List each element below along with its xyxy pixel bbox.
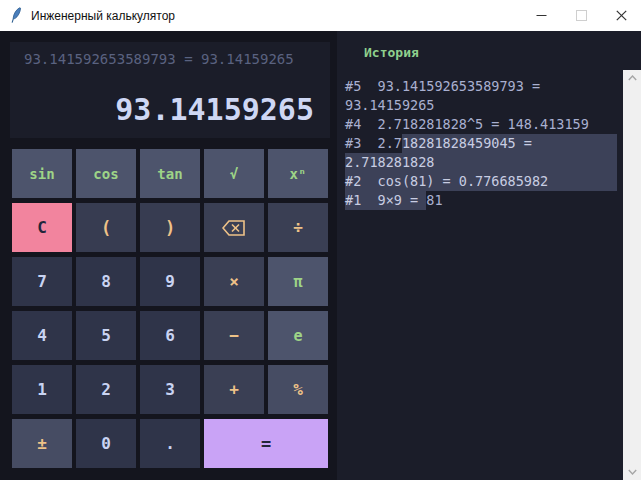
maximize-icon — [576, 10, 587, 21]
history-entry[interactable]: #1 9×9 = 81 — [345, 191, 617, 210]
calculator-window: Инженерный калькулятор 93.14159265358979… — [0, 0, 641, 480]
calc-button-minus[interactable]: − — [204, 311, 264, 360]
minimize-icon — [536, 10, 547, 21]
history-text: #5 93.141592653589793 = — [345, 77, 540, 96]
calc-button-4[interactable]: 4 — [12, 311, 72, 360]
tk-feather-icon — [9, 7, 23, 24]
content-area: 93.141592653589793 = 93.14159265 93.1415… — [0, 31, 641, 480]
history-text: 93.14159265 — [345, 96, 434, 115]
history-list: #5 93.141592653589793 =93.14159265#4 2.7… — [345, 77, 617, 210]
calc-button-pi[interactable]: π — [268, 257, 328, 306]
calc-button-sin[interactable]: sin — [12, 149, 72, 198]
calc-button-3[interactable]: 3 — [140, 365, 200, 414]
calculator-display: 93.141592653589793 = 93.14159265 93.1415… — [10, 42, 330, 138]
minimize-button[interactable] — [521, 0, 561, 31]
calc-button-cos[interactable]: cos — [76, 149, 136, 198]
calc-button-multiply[interactable]: × — [204, 257, 264, 306]
history-entry[interactable]: #4 2.718281828^5 = 148.413159 — [345, 115, 617, 134]
calc-button-equals[interactable]: = — [204, 419, 328, 468]
close-icon — [616, 10, 627, 21]
calc-button-percent[interactable]: % — [268, 365, 328, 414]
display-expression: 93.141592653589793 = 93.14159265 — [24, 51, 314, 67]
history-text: #3 2.7 — [345, 134, 402, 153]
titlebar: Инженерный калькулятор — [0, 0, 641, 31]
calc-button-5[interactable]: 5 — [76, 311, 136, 360]
calc-button-1[interactable]: 1 — [12, 365, 72, 414]
calc-button-tan[interactable]: tan — [140, 149, 200, 198]
history-text-selected: #2 cos(81) = 0.776685982 — [345, 172, 617, 191]
button-grid: sincostan√xⁿC()÷789×π456−e123+%±0.= — [12, 149, 328, 468]
scroll-up-icon[interactable] — [628, 75, 637, 81]
history-text-selected: #1 9×9 = — [345, 191, 426, 210]
close-button[interactable] — [601, 0, 641, 31]
history-text-selected: 2.718281828 — [345, 153, 617, 172]
history-panel: История #5 93.141592653589793 =93.141592… — [337, 31, 641, 480]
calc-button-e[interactable]: e — [268, 311, 328, 360]
history-entry[interactable]: 93.14159265 — [345, 96, 617, 115]
window-title: Инженерный калькулятор — [31, 9, 175, 23]
backspace-icon — [222, 220, 246, 236]
calc-button-0[interactable]: 0 — [76, 419, 136, 468]
calc-button-sqrt[interactable]: √ — [204, 149, 264, 198]
calc-button-dot[interactable]: . — [140, 419, 200, 468]
history-text-selected: 18281828459045 = — [402, 134, 617, 153]
maximize-button[interactable] — [561, 0, 601, 31]
calc-button-9[interactable]: 9 — [140, 257, 200, 306]
calc-button-8[interactable]: 8 — [76, 257, 136, 306]
history-entry[interactable]: #2 cos(81) = 0.776685982 — [345, 172, 617, 191]
history-title: История — [364, 45, 419, 60]
calc-button-2[interactable]: 2 — [76, 365, 136, 414]
calc-button-power[interactable]: xⁿ — [268, 149, 328, 198]
calc-button-divide[interactable]: ÷ — [268, 203, 328, 252]
calc-button-plus[interactable]: + — [204, 365, 264, 414]
calc-button-6[interactable]: 6 — [140, 311, 200, 360]
calc-button-plus-minus[interactable]: ± — [12, 419, 72, 468]
history-entry[interactable]: 2.718281828 — [345, 153, 617, 172]
history-text: 81 — [426, 191, 442, 210]
calc-button-backspace[interactable] — [204, 203, 264, 252]
scroll-down-icon[interactable] — [628, 469, 637, 475]
calc-button-7[interactable]: 7 — [12, 257, 72, 306]
calc-button-clear[interactable]: C — [12, 203, 72, 252]
history-entry[interactable]: #3 2.718281828459045 = — [345, 134, 617, 153]
display-result: 93.14159265 — [24, 95, 314, 125]
history-entry[interactable]: #5 93.141592653589793 = — [345, 77, 617, 96]
history-text: #4 2.718281828^5 = 148.413159 — [345, 115, 589, 134]
history-scrollbar[interactable] — [623, 70, 641, 480]
calc-button-open-paren[interactable]: ( — [76, 203, 136, 252]
calc-button-close-paren[interactable]: ) — [140, 203, 200, 252]
